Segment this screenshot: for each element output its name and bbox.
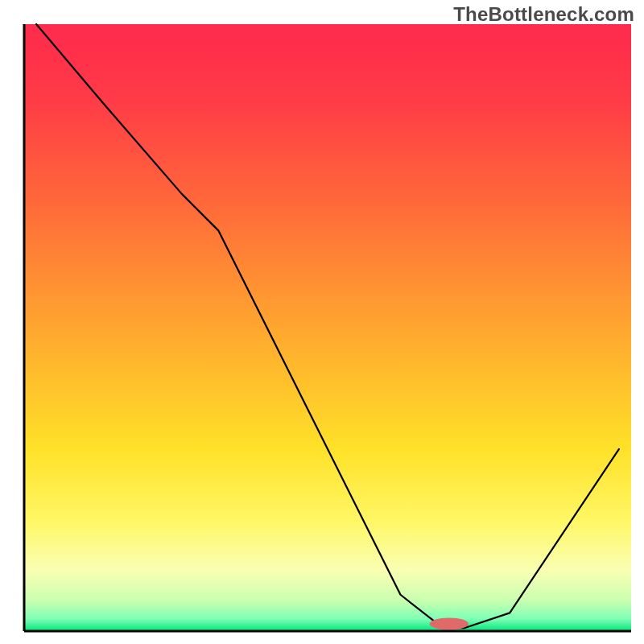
watermark-label: TheBottleneck.com (453, 3, 634, 26)
chart-container: TheBottleneck.com (0, 0, 644, 644)
bottleneck-chart (0, 0, 644, 644)
optimal-marker (430, 617, 469, 630)
plot-background (24, 24, 631, 631)
